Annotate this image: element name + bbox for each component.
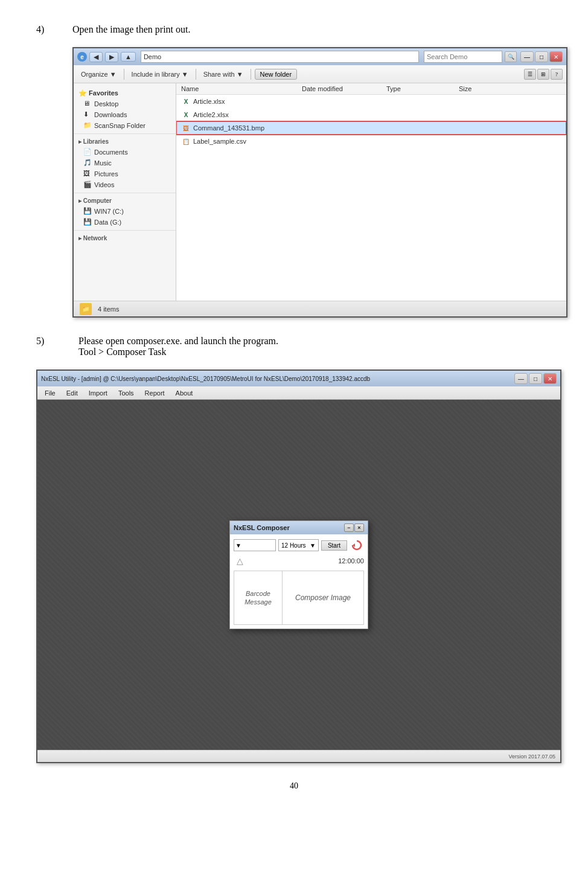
help-button[interactable]: ?: [551, 69, 563, 80]
composer-dialog: NxESL Composer − × ▼: [229, 520, 368, 629]
step4-number: 4): [36, 24, 72, 35]
scansnap-icon: 📁: [83, 121, 92, 130]
hours-dropdown[interactable]: 12 Hours ▼: [278, 539, 319, 551]
explorer-statusbar: 📁 4 items: [74, 301, 566, 316]
nxesl-minimize-btn[interactable]: —: [514, 373, 528, 384]
sidebar-item-scansnap[interactable]: 📁 ScanSnap Folder: [74, 120, 176, 131]
back-button[interactable]: ◀: [89, 52, 103, 62]
drive-c-icon: 💾: [83, 207, 92, 216]
alert-icon: △: [234, 555, 246, 567]
composer-dialog-content: ▼ 12 Hours ▼ Start: [230, 534, 368, 629]
page-number: 40: [36, 781, 552, 791]
file-item-label-csv[interactable]: 📋 Label_sample.csv: [176, 135, 566, 148]
composer-image-panel: Composer Image: [283, 571, 363, 624]
step5-number: 5): [36, 336, 72, 347]
nxesl-title: NxESL Utility - [admin] @ C:\Users\yanpa…: [41, 376, 370, 382]
composer-close-btn[interactable]: ×: [354, 523, 364, 532]
step4-instruction: Open the image then print out.: [72, 24, 191, 35]
include-library-button[interactable]: Include in library ▼: [128, 69, 192, 79]
file-item-command-bmp[interactable]: 🖼 Command_143531.bmp: [176, 121, 566, 135]
composer-minimize-btn[interactable]: −: [344, 523, 354, 532]
statusbar-folder-icon: 📁: [80, 303, 92, 315]
view-icons: ☰ ⊞ ?: [524, 69, 563, 80]
composer-top-row: ▼ 12 Hours ▼ Start: [234, 538, 364, 552]
libraries-header[interactable]: ▸ Libraries: [74, 136, 176, 147]
menu-import[interactable]: Import: [84, 388, 112, 398]
toolbar-separator2: [196, 69, 196, 80]
menu-about[interactable]: About: [171, 388, 198, 398]
sidebar-item-desktop[interactable]: 🖥 Desktop: [74, 98, 176, 109]
composer-dialog-controls: − ×: [344, 523, 364, 532]
view-list-button[interactable]: ☰: [524, 69, 536, 80]
composer-dialog-titlebar: NxESL Composer − ×: [230, 521, 368, 534]
nxesl-version: Version 2017.07.05: [508, 754, 555, 760]
up-button[interactable]: ▲: [121, 52, 136, 62]
start-button[interactable]: Start: [321, 540, 347, 551]
nxesl-screenshot: NxESL Utility - [admin] @ C:\Users\yanpa…: [36, 370, 561, 763]
file-list-header: Name Date modified Type Size: [176, 83, 566, 95]
share-with-button[interactable]: Share with ▼: [200, 69, 247, 79]
new-folder-button[interactable]: New folder: [255, 69, 298, 80]
col-header-date: Date modified: [302, 85, 386, 92]
step5-text-block: Please open composer.exe. and launch the…: [78, 336, 278, 357]
explorer-content: ⭐ Favorites 🖥 Desktop ⬇ Downloads 📁 Scan…: [74, 83, 566, 301]
organize-button[interactable]: Organize ▼: [77, 69, 120, 79]
menu-report[interactable]: Report: [140, 388, 170, 398]
ie-icon: e: [77, 52, 87, 62]
refresh-icon[interactable]: [350, 538, 364, 552]
nxesl-close-btn[interactable]: ✕: [543, 373, 557, 384]
search-input[interactable]: [424, 51, 502, 63]
address-bar[interactable]: [141, 51, 419, 63]
barcode-panel: BarcodeMessage: [234, 571, 283, 624]
forward-button[interactable]: ▶: [105, 52, 118, 62]
videos-icon: 🎬: [83, 181, 92, 189]
explorer-filelist: Name Date modified Type Size X Article.x…: [176, 83, 566, 301]
network-header[interactable]: ▸ Network: [74, 233, 176, 243]
explorer-titlebar: e ◀ ▶ ▲ 🔍 — □ ✕: [74, 48, 566, 65]
sidebar-item-downloads[interactable]: ⬇ Downloads: [74, 109, 176, 120]
nxesl-statusbar: Version 2017.07.05: [37, 750, 560, 762]
sidebar-divider1: [74, 133, 176, 134]
explorer-toolbar: Organize ▼ Include in library ▼ Share wi…: [74, 65, 566, 83]
xlsx-icon: X: [181, 97, 191, 106]
maximize-button[interactable]: □: [535, 51, 548, 62]
nxesl-content: NxESL Composer − × ▼: [37, 400, 560, 750]
menu-edit[interactable]: Edit: [62, 388, 83, 398]
toolbar-separator3: [251, 69, 251, 80]
nxesl-menubar: File Edit Import Tools Report About: [37, 386, 560, 400]
menu-file[interactable]: File: [40, 388, 60, 398]
sidebar-item-music[interactable]: 🎵 Music: [74, 158, 176, 168]
titlebar-left: e ◀ ▶ ▲: [77, 52, 136, 62]
composer-dialog-title: NxESL Composer: [234, 524, 290, 531]
toolbar-separator: [124, 69, 124, 80]
sidebar-item-win7c[interactable]: 💾 WIN7 (C:): [74, 206, 176, 217]
computer-header[interactable]: ▸ Computer: [74, 196, 176, 206]
sidebar-item-documents[interactable]: 📄 Documents: [74, 147, 176, 158]
barcode-label: BarcodeMessage: [244, 589, 272, 607]
desktop-icon: 🖥: [83, 100, 92, 108]
col-header-type: Type: [386, 85, 459, 92]
composer-panels: BarcodeMessage Composer Image: [234, 571, 364, 625]
close-button[interactable]: ✕: [549, 51, 563, 62]
composer-dropdown[interactable]: ▼: [234, 539, 276, 551]
col-header-size: Size: [459, 85, 507, 92]
composer-image-label: Composer Image: [295, 594, 351, 602]
nxesl-titlebar: NxESL Utility - [admin] @ C:\Users\yanpa…: [37, 371, 560, 386]
sidebar-item-videos[interactable]: 🎬 Videos: [74, 179, 176, 190]
search-button[interactable]: 🔍: [505, 51, 517, 62]
sidebar-divider3: [74, 230, 176, 231]
sidebar-item-pictures[interactable]: 🖼 Pictures: [74, 168, 176, 179]
sidebar-item-datag[interactable]: 💾 Data (G:): [74, 217, 176, 228]
favorites-title: ⭐ Favorites: [74, 87, 176, 98]
menu-tools[interactable]: Tools: [113, 388, 139, 398]
bmp-icon: 🖼: [181, 123, 191, 133]
minimize-button[interactable]: —: [520, 51, 534, 62]
file-item-article2[interactable]: X Article2.xlsx: [176, 108, 566, 121]
nxesl-maximize-btn[interactable]: □: [529, 373, 542, 384]
explorer-sidebar: ⭐ Favorites 🖥 Desktop ⬇ Downloads 📁 Scan…: [74, 83, 176, 301]
nxesl-window-controls: — □ ✕: [514, 373, 557, 384]
view-large-button[interactable]: ⊞: [537, 69, 549, 80]
csv-icon: 📋: [181, 136, 191, 146]
downloads-icon: ⬇: [83, 110, 92, 119]
file-item-article1[interactable]: X Article.xlsx: [176, 95, 566, 108]
